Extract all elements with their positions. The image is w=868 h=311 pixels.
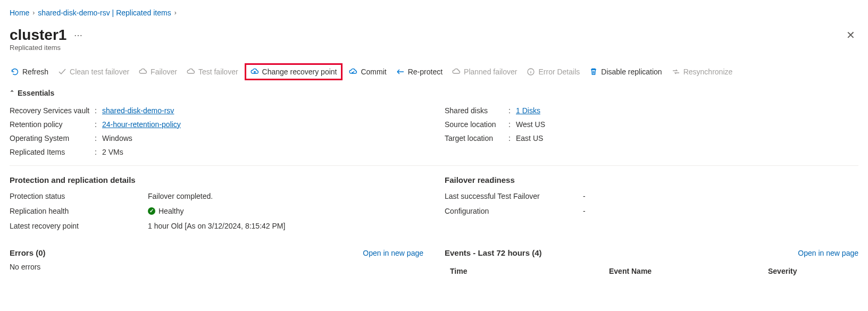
replication-health-label: Replication health [10, 207, 148, 215]
events-open-link[interactable]: Open in new page [798, 249, 858, 257]
refresh-label: Refresh [22, 68, 48, 76]
cloud-icon [452, 68, 461, 76]
resynchronize-button: Resynchronize [671, 65, 734, 78]
cloud-icon [139, 68, 147, 76]
protection-status-value: Failover completed. [148, 192, 213, 200]
errors-open-link[interactable]: Open in new page [363, 249, 423, 257]
ess-replicated-value: 2 VMs [102, 148, 123, 156]
trash-icon [589, 68, 598, 76]
resynchronize-label: Resynchronize [683, 68, 733, 76]
errors-empty: No errors [10, 263, 423, 271]
refresh-icon [11, 68, 19, 76]
ess-target-value: East US [516, 134, 543, 142]
breadcrumb: Home › shared-disk-demo-rsv | Replicated… [10, 9, 858, 17]
ess-replicated-label: Replicated Items [10, 148, 95, 156]
divider [10, 165, 858, 166]
replication-health-value: Healthy [158, 207, 183, 215]
last-test-value: - [583, 192, 586, 200]
failover-button: Failover [138, 65, 178, 78]
failover-readiness-title: Failover readiness [445, 175, 858, 184]
breadcrumb-vault[interactable]: shared-disk-demo-rsv | Replicated items [38, 9, 171, 17]
protection-status-label: Protection status [10, 192, 148, 200]
arrow-left-icon [396, 68, 405, 76]
sync-icon [672, 68, 680, 76]
essentials-panel: Recovery Services vault : shared-disk-de… [10, 104, 858, 159]
more-actions-button[interactable]: ⋯ [72, 30, 85, 40]
protection-title: Protection and replication details [10, 175, 423, 184]
events-col-name: Event Name [609, 267, 768, 275]
failover-label: Failover [151, 68, 177, 76]
events-table-header: Time Event Name Severity [445, 263, 858, 280]
change-recovery-point-button[interactable]: Change recovery point [245, 63, 343, 80]
last-test-label: Last successful Test Failover [445, 192, 583, 200]
change-recovery-point-label: Change recovery point [262, 68, 337, 76]
info-icon [527, 68, 535, 76]
commit-label: Commit [361, 68, 386, 76]
page-title: cluster1 [10, 27, 66, 44]
ess-source-value: West US [516, 120, 545, 129]
page-subtitle: Replicated items [10, 44, 858, 52]
ess-target-label: Target location [445, 134, 508, 142]
events-col-severity: Severity [768, 267, 858, 275]
reprotect-label: Re-protect [408, 68, 443, 76]
clean-test-failover-label: Clean test failover [70, 68, 129, 76]
chevron-up-icon: ⌃ [10, 89, 14, 96]
command-bar: Refresh Clean test failover Failover Tes… [10, 63, 858, 85]
refresh-button[interactable]: Refresh [10, 65, 49, 78]
breadcrumb-home[interactable]: Home [10, 9, 29, 17]
error-details-label: Error Details [538, 68, 580, 76]
ess-os-label: Operating System [10, 134, 95, 142]
cloud-icon [187, 68, 195, 76]
planned-failover-label: Planned failover [464, 68, 517, 76]
reprotect-button[interactable]: Re-protect [395, 65, 444, 78]
test-failover-label: Test failover [198, 68, 238, 76]
latest-recovery-value: 1 hour Old [As on 3/12/2024, 8:15:42 PM] [148, 222, 285, 230]
close-button[interactable]: ✕ [843, 28, 858, 43]
clean-test-failover-button: Clean test failover [57, 65, 130, 78]
ess-source-label: Source location [445, 120, 508, 129]
configuration-value: - [583, 207, 586, 215]
commit-button[interactable]: Commit [348, 65, 387, 78]
ess-vault-link[interactable]: shared-disk-demo-rsv [102, 106, 174, 115]
ess-shared-disks-label: Shared disks [445, 106, 508, 115]
configuration-label: Configuration [445, 207, 583, 215]
error-details-button: Error Details [525, 65, 581, 78]
chevron-right-icon: › [174, 9, 177, 16]
test-failover-button: Test failover [186, 65, 239, 78]
ess-retention-link[interactable]: 24-hour-retention-policy [102, 120, 181, 129]
failover-readiness-section: Failover readiness Last successful Test … [445, 175, 858, 233]
healthy-icon [148, 207, 155, 215]
ess-vault-label: Recovery Services vault [10, 106, 95, 115]
errors-title: Errors (0) [10, 248, 46, 257]
ess-retention-label: Retention policy [10, 120, 95, 129]
essentials-label: Essentials [18, 89, 54, 97]
events-col-time: Time [445, 267, 609, 275]
protection-section: Protection and replication details Prote… [10, 175, 423, 233]
cloud-check-icon [349, 68, 357, 76]
essentials-toggle[interactable]: ⌃ Essentials [10, 89, 54, 97]
ess-os-value: Windows [102, 134, 132, 142]
latest-recovery-label: Latest recovery point [10, 222, 148, 230]
chevron-right-icon: › [32, 9, 35, 16]
cloud-up-icon [251, 68, 259, 76]
disable-replication-label: Disable replication [601, 68, 662, 76]
events-title: Events - Last 72 hours (4) [445, 248, 542, 257]
ess-shared-disks-link[interactable]: 1 Disks [516, 106, 540, 115]
check-icon [58, 68, 66, 76]
planned-failover-button: Planned failover [451, 65, 518, 78]
disable-replication-button[interactable]: Disable replication [588, 65, 663, 78]
